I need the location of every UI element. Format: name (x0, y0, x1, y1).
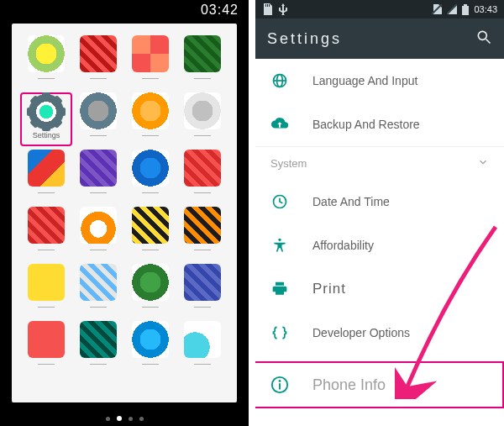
blurred-app-icon (184, 92, 221, 129)
svg-point-12 (279, 380, 281, 382)
usb-icon (279, 3, 287, 15)
app-icon-blurred[interactable]: –––– (20, 321, 72, 375)
blurred-app-icon (184, 321, 221, 358)
app-icon-blurred[interactable]: –––– (176, 150, 228, 203)
app-icon-blurred[interactable]: –––– (176, 321, 228, 375)
settings-item-phone-info[interactable]: Phone Info (255, 361, 504, 408)
app-icon-blurred[interactable]: –––– (72, 207, 124, 260)
chevron-down-icon (477, 156, 489, 171)
app-label-blurred: –––– (142, 302, 159, 311)
settings-item-datetime[interactable]: Date And Time (255, 180, 504, 224)
blurred-app-icon (132, 150, 169, 187)
clock-icon (270, 192, 289, 211)
settings-item-label: Print (312, 281, 346, 297)
blurred-app-icon (28, 321, 65, 358)
app-label-blurred: –––– (38, 245, 55, 254)
status-bar: 03:43 (255, 0, 504, 18)
blurred-app-icon (184, 264, 221, 301)
app-label-blurred: –––– (38, 188, 55, 197)
app-icon-blurred[interactable]: –––– (124, 92, 176, 146)
blurred-app-icon (28, 207, 65, 244)
app-icon-blurred[interactable]: –––– (124, 321, 176, 375)
search-icon[interactable] (475, 29, 492, 50)
status-bar: 03:42 (0, 0, 249, 20)
settings-item-label: Backup And Restore (312, 118, 420, 131)
svg-rect-13 (279, 383, 281, 389)
settings-item-label: Date And Time (312, 195, 390, 208)
app-bar: Settings (255, 18, 504, 59)
app-icon-blurred[interactable]: –––– (72, 35, 124, 89)
app-icon-blurred[interactable]: –––– (72, 150, 124, 203)
blurred-app-icon (184, 35, 221, 72)
phone-settings: 03:43 Settings Language And Input Backup… (255, 0, 504, 426)
app-label-blurred: –––– (194, 360, 211, 368)
blurred-app-icon (80, 92, 117, 129)
accessibility-icon (270, 236, 289, 255)
app-label-blurred: –––– (142, 188, 159, 197)
app-icon-blurred[interactable]: –––– (176, 207, 228, 260)
settings-list: Language And Input Backup And Restore Sy… (255, 59, 504, 426)
info-icon (270, 376, 289, 394)
settings-item-label: Affordability (312, 239, 374, 252)
settings-item-backup[interactable]: Backup And Restore (255, 103, 504, 146)
app-icon-blurred[interactable]: –––– (72, 321, 124, 375)
settings-item-label: Developer Options (312, 326, 410, 339)
app-label-blurred: –––– (142, 74, 159, 82)
blurred-app-icon (28, 264, 65, 301)
app-icon-blurred[interactable]: –––– (124, 150, 176, 203)
app-icon-blurred[interactable]: –––– (20, 35, 72, 89)
app-icon-blurred[interactable]: –––– (72, 92, 124, 146)
app-settings[interactable]: Settings (20, 92, 72, 146)
blurred-app-icon (80, 321, 117, 358)
page-indicator (0, 416, 249, 421)
app-label-blurred: –––– (90, 74, 107, 82)
app-icon-blurred[interactable]: –––– (124, 207, 176, 260)
app-icon-blurred[interactable]: –––– (20, 150, 72, 203)
app-drawer-grid[interactable]: ––––––––––––––––Settings––––––––––––––––… (12, 24, 237, 402)
settings-item-language[interactable]: Language And Input (255, 59, 504, 103)
app-icon-blurred[interactable]: –––– (176, 264, 228, 318)
no-sim-icon (432, 4, 442, 14)
app-label-blurred: –––– (90, 360, 107, 368)
app-label-blurred: –––– (90, 302, 107, 311)
settings-item-affordability[interactable]: Affordability (255, 224, 504, 267)
cloud-upload-icon (270, 115, 289, 134)
status-clock: 03:43 (474, 4, 497, 14)
settings-item-label: Phone Info (312, 376, 386, 394)
app-icon-blurred[interactable]: –––– (20, 264, 72, 318)
app-icon-blurred[interactable]: –––– (20, 207, 72, 260)
svg-rect-3 (464, 4, 467, 6)
battery-icon (462, 4, 469, 15)
app-icon-blurred[interactable]: –––– (72, 264, 124, 318)
blurred-app-icon (184, 207, 221, 244)
blurred-app-icon (132, 35, 169, 72)
blurred-app-icon (80, 264, 117, 301)
app-label-blurred: –––– (194, 131, 211, 139)
app-label-blurred: –––– (90, 188, 107, 197)
app-icon-blurred[interactable]: –––– (124, 35, 176, 89)
app-label-blurred: –––– (142, 131, 159, 139)
app-icon-blurred[interactable]: –––– (176, 92, 228, 146)
print-icon (270, 280, 289, 298)
settings-item-print[interactable]: Print (255, 267, 504, 311)
app-label-blurred: –––– (142, 360, 159, 368)
blurred-app-icon (132, 92, 169, 129)
app-label-blurred: –––– (142, 245, 159, 254)
app-icon-blurred[interactable]: –––– (124, 264, 176, 318)
globe-icon (270, 71, 289, 90)
app-label-blurred: –––– (194, 188, 211, 197)
blurred-app-icon (80, 150, 117, 187)
app-label-blurred: –––– (194, 74, 211, 82)
blurred-app-icon (184, 150, 221, 187)
app-label-blurred: –––– (90, 131, 107, 139)
settings-item-developer[interactable]: Developer Options (255, 311, 504, 355)
blurred-app-icon (132, 264, 169, 301)
sdcard-icon (262, 3, 272, 15)
app-label-blurred: –––– (38, 360, 55, 368)
section-header-system[interactable]: System (255, 146, 504, 180)
app-label-blurred: –––– (194, 245, 211, 254)
app-label-blurred: –––– (90, 245, 107, 254)
braces-icon (270, 323, 289, 342)
app-label-blurred: –––– (38, 74, 55, 82)
app-icon-blurred[interactable]: –––– (176, 35, 228, 89)
